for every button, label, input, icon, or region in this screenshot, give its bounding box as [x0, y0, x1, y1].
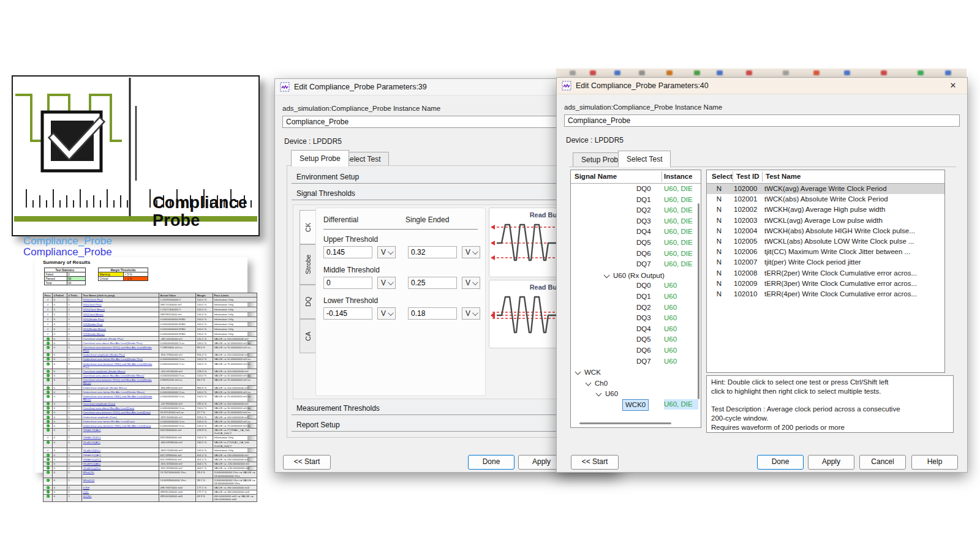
signal-row[interactable]: DQ1 U60, DIE: [571, 195, 701, 206]
single-ended-unit-select[interactable]: V: [462, 246, 480, 258]
result-test-name-link[interactable]: Overshoot amplitude (Strobe Plus): [82, 337, 159, 341]
test-row[interactable]: N 102003 tWCKL(avg) Average Low pulse wi…: [707, 216, 944, 226]
result-test-name-link[interactable]: VIX(Clock Plus): [82, 302, 159, 307]
result-test-name-link[interactable]: VIX(Strobe Plus): [82, 322, 159, 327]
signal-row[interactable]: DQ0 U60, DIE: [571, 184, 701, 195]
start-button[interactable]: << Start: [571, 455, 619, 470]
horizontal-scrollbar[interactable]: [579, 422, 671, 424]
signal-row[interactable]: Ch0: [571, 378, 701, 389]
result-test-name-link[interactable]: VILdiff.DQ(DC): [82, 466, 159, 470]
result-test-name-link[interactable]: Overshoot area between VDDQ and Max Abs …: [82, 378, 159, 385]
dialog40-titlebar[interactable]: Edit Compliance_Probe Parameters:40 ✕: [557, 78, 967, 94]
result-test-name-link[interactable]: Undershoot area below Min Abs Level(Stro…: [82, 357, 159, 361]
result-test-name-link[interactable]: VIHdiff.CK(AC): [82, 428, 159, 435]
chevron-down-icon[interactable]: [575, 369, 581, 375]
result-test-name-link[interactable]: Overshoot amplitude (Strobe Minus): [82, 369, 159, 373]
result-test-name-link[interactable]: Overshoot area above Max Abs Level(Strob…: [82, 373, 159, 378]
result-test-name-link[interactable]: VILdiff.DQ(AC): [82, 462, 159, 466]
instance-label-light[interactable]: Compliance_Probe: [23, 235, 112, 247]
result-test-name-link[interactable]: Undershoot area between VSSQ and Min Abs…: [82, 424, 159, 428]
vtab-strobe[interactable]: Strobe: [300, 244, 317, 285]
signal-row[interactable]: DQ3 U60: [571, 313, 701, 324]
vtab-ca[interactable]: CA: [300, 319, 317, 353]
instance-label-dark[interactable]: Compliance_Probe: [23, 246, 112, 258]
result-test-name-link[interactable]: Undershoot amplitude (Strobe Plus): [82, 353, 159, 357]
result-test-name-link[interactable]: Undershoot area between VSSQ and Min Abs…: [82, 394, 159, 402]
signal-row[interactable]: WCK0 U60, DIE: [571, 399, 701, 410]
result-test-name-link[interactable]: Overshoot area above Max Abs Level(Strob…: [82, 341, 159, 345]
signal-row[interactable]: WCK: [571, 367, 701, 378]
signal-row[interactable]: DQ4 U60, DIE: [571, 227, 701, 238]
done-button[interactable]: Done: [757, 455, 804, 470]
result-test-name-link[interactable]: Undershoot area below Min Abs Level(Data…: [82, 419, 159, 424]
result-test-name-link[interactable]: Overshoot area between VDDQ and Max Abs …: [82, 345, 159, 353]
single-ended-unit-select[interactable]: V: [462, 277, 480, 289]
result-test-name-link[interactable]: VIX(Strobe Minus): [82, 332, 159, 337]
test-row[interactable]: N 102006 tjit(CC) Maximum Write Clock Ji…: [707, 247, 944, 257]
test-row[interactable]: N 102000 tWCK(avg) Average Write Clock P…: [707, 184, 944, 194]
result-test-name-link[interactable]: Undershoot amplitude (Strobe Minus): [82, 386, 159, 390]
signal-row[interactable]: U60: [571, 388, 701, 399]
result-test-name-link[interactable]: Overshoot amplitude (Data): [82, 402, 159, 406]
differential-unit-select[interactable]: V: [377, 277, 396, 289]
test-row[interactable]: N 102004 tWCKH(abs) Absolute HIGH Write …: [707, 226, 944, 236]
differential-unit-select[interactable]: V: [377, 307, 396, 320]
signal-row[interactable]: DQ6 U60: [571, 345, 701, 356]
test-row[interactable]: N 102001 tWCK(abs) Absolute Write Clock …: [707, 194, 944, 204]
test-row[interactable]: N 102008 tERR(2per) Write Clock Cumulati…: [707, 268, 944, 279]
vtab-ck[interactable]: CK: [300, 210, 317, 244]
differential-value-input[interactable]: [323, 307, 372, 320]
signal-row[interactable]: DQ7 U60, DIE: [571, 259, 701, 270]
instance-name-input[interactable]: [564, 114, 960, 127]
result-test-name-link[interactable]: VDD(Strobe Minus): [82, 327, 159, 332]
signal-row[interactable]: U60 (Rx Output): [571, 270, 701, 281]
chevron-down-icon[interactable]: [604, 272, 610, 278]
cancel-button[interactable]: Cancel: [859, 455, 906, 470]
result-test-name-link[interactable]: VIHdiff.DQ(AC): [82, 453, 159, 457]
differential-value-input[interactable]: [323, 277, 372, 289]
result-test-name-link[interactable]: Overshoot area between VDDQ and Max Abs …: [82, 410, 159, 414]
signal-row[interactable]: DQ2 U60: [571, 302, 701, 313]
signal-row[interactable]: DQ5 U60, DIE: [571, 238, 701, 249]
vtab-dq[interactable]: DQ: [300, 285, 317, 319]
test-row[interactable]: N 102005 tWCKL(abs) Absolute LOW Write C…: [707, 236, 944, 247]
help-button[interactable]: Help: [911, 455, 958, 470]
single-ended-value-input[interactable]: [408, 307, 457, 320]
result-test-name-link[interactable]: tCKH: [82, 485, 159, 490]
tab-select-test[interactable]: Select Test: [618, 151, 671, 167]
test-row[interactable]: N 102010 tERR(4per) Write Clock Cumulati…: [707, 289, 944, 299]
result-test-name-link[interactable]: VDD(Clock Minus): [82, 307, 159, 312]
tab-setup-probe[interactable]: Setup Probe: [291, 150, 349, 167]
test-row[interactable]: N 102007 tjit(per) Write Clock period ji…: [707, 257, 944, 268]
result-test-name-link[interactable]: Overshoot area above Max Abs Level(Data): [82, 406, 159, 410]
result-test-name-link[interactable]: SRin(CK): [82, 470, 159, 478]
test-row[interactable]: N 102009 tERR(3per) Write Clock Cumulati…: [707, 279, 944, 289]
single-ended-value-input[interactable]: [408, 277, 457, 289]
result-test-name-link[interactable]: tDQSQ: [82, 494, 159, 501]
result-test-name-link[interactable]: VIHdiff.CK(DC): [82, 435, 159, 440]
signal-row[interactable]: DQ2 U60, DIE: [571, 205, 701, 216]
differential-unit-select[interactable]: V: [377, 246, 396, 258]
signal-row[interactable]: DQ4 U60: [571, 324, 701, 335]
done-button[interactable]: Done: [468, 455, 514, 470]
signal-row[interactable]: DQ5 U60: [571, 334, 701, 345]
result-test-name-link[interactable]: VIHdiff.DQ(DC): [82, 457, 159, 462]
vertical-scrollbar[interactable]: [698, 203, 699, 399]
test-row[interactable]: N 102002 tWCKH(avg) Average High pulse w…: [707, 204, 944, 215]
result-test-name-link[interactable]: VILdiff.CK(DC): [82, 448, 159, 453]
result-test-name-link[interactable]: VILdiff.CK(AC): [82, 440, 159, 448]
result-test-name-link[interactable]: Undershoot amplitude (Data): [82, 415, 159, 419]
signal-row[interactable]: DQ1 U60: [571, 291, 701, 302]
signal-row[interactable]: DQ0 U60: [571, 280, 701, 291]
result-test-name-link[interactable]: tCKL: [82, 490, 159, 494]
result-test-name-link[interactable]: VDD(Clock Plus): [82, 298, 159, 302]
chevron-down-icon[interactable]: [596, 391, 602, 397]
single-ended-unit-select[interactable]: V: [462, 307, 480, 320]
start-button[interactable]: << Start: [283, 455, 331, 470]
single-ended-value-input[interactable]: [408, 246, 457, 258]
result-test-name-link[interactable]: SRin(DQ): [82, 478, 159, 485]
signal-row[interactable]: DQ7 U60: [571, 356, 701, 367]
result-test-name-link[interactable]: Undershoot area below Min Abs Level(Stro…: [82, 390, 159, 394]
result-test-name-link[interactable]: VDD(Strobe Plus): [82, 317, 159, 322]
result-test-name-link[interactable]: Undershoot area between VSSQ and Min Abs…: [82, 362, 159, 369]
